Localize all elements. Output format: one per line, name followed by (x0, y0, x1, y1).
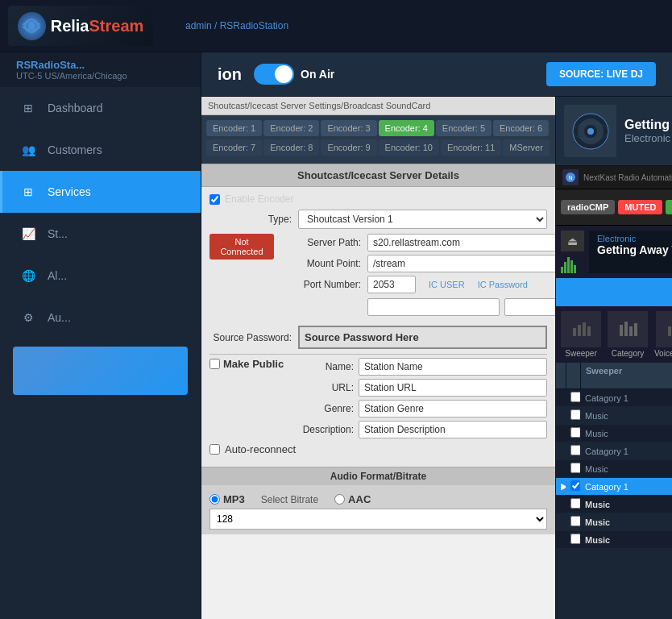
row-3-check[interactable] (566, 442, 580, 459)
sidebar-item-services[interactable]: ⊞ Services (0, 171, 201, 213)
row-1-checkbox[interactable] (570, 409, 580, 420)
radiocmp-button[interactable]: radioCMP (561, 200, 615, 214)
playlist-row-2[interactable]: Music 10:07.0 (556, 425, 672, 442)
aac-radio[interactable] (334, 494, 345, 505)
connection-server-row: Not Connected Server Path: Mount Point: (209, 234, 547, 321)
station-url-input[interactable] (359, 379, 547, 397)
nextkast-logo-icon: N (562, 169, 579, 185)
logo: ReliaStream (8, 6, 169, 46)
playlist-row-7[interactable]: Music 09:32.2 (556, 513, 672, 531)
ic-password-link[interactable]: IC Password (478, 280, 528, 289)
muted-button[interactable]: MUTED (618, 200, 662, 214)
row-0-name: Catagory 1 (580, 391, 672, 405)
sidebar-item-stats[interactable]: 📈 St... (0, 213, 201, 255)
svg-text:N: N (568, 175, 572, 181)
row-1-check[interactable] (566, 407, 580, 424)
row-2-checkbox[interactable] (570, 427, 580, 438)
on-air-toggle[interactable] (254, 64, 294, 85)
toggle-switch[interactable]: On Air (254, 64, 334, 85)
mount-point-input[interactable] (367, 255, 556, 272)
playlist-row-0[interactable]: Catagory 1 09:59.4 (556, 389, 672, 407)
top-bar: ReliaStream admin / RSRadioStation (0, 0, 672, 52)
audio-format-section: Audio Format/Bitrate MP3 Select Bitrate … (201, 467, 555, 534)
source-button[interactable]: SOURCE: LIVE DJ (546, 62, 656, 86)
station-description-input[interactable] (359, 421, 547, 438)
encoder-tab-mserver[interactable]: MServer (503, 139, 550, 156)
settings-tab-label[interactable]: Shoutcast/Icecast Server Settings/Broadc… (201, 97, 555, 115)
row-2-check[interactable] (566, 425, 580, 442)
auto-button[interactable]: Auto (666, 200, 672, 214)
player-genre: Electronic (597, 234, 672, 243)
auto-reconnect-checkbox[interactable] (209, 444, 220, 455)
nextkast-title: NextKast Radio Automation - NextKast Pro… (583, 173, 672, 182)
type-select[interactable]: Shoutcast Version 1 Shoutcast Version 2 … (298, 210, 547, 229)
cat-icon-sweeper[interactable]: Sweeper (561, 311, 601, 358)
station-genre-input[interactable] (359, 400, 547, 418)
cat-icon-category[interactable]: Category (608, 311, 648, 358)
row-3-checkbox[interactable] (570, 445, 580, 455)
eject-button[interactable]: ⏏ (561, 231, 584, 251)
sidebar-item-customers[interactable]: 👥 Customers (0, 129, 201, 171)
server-path-input[interactable] (367, 234, 556, 251)
auto-reconnect-row: Auto-reconnect (209, 443, 547, 455)
sidebar-item-dashboard[interactable]: ⊞ Dashboard (0, 87, 201, 129)
encoder-tabs-row2: Encoder: 7 Encoder: 8 Encoder: 9 Encoder… (206, 139, 550, 156)
playlist-table-container: Sweeper Category TimeOn-Pro Catagory 1 0… (556, 363, 672, 619)
enable-encoder-checkbox[interactable] (209, 194, 220, 205)
playlist-row-3[interactable]: Catagory 1 10:09.5 (556, 442, 672, 460)
svg-text:♪: ♪ (589, 129, 592, 136)
encoder-tab-9[interactable]: Encoder: 9 (321, 139, 376, 156)
port-input[interactable] (367, 276, 416, 293)
breadcrumb-station: RSRadioStation (220, 20, 288, 31)
row-5-check[interactable] (566, 478, 580, 495)
type-label: Type: (209, 214, 298, 225)
mp3-option[interactable]: MP3 (209, 493, 245, 505)
playlist-row-4[interactable]: Music 10:13.4 (556, 460, 672, 478)
encoder-tab-1[interactable]: Encoder: 1 (206, 120, 262, 136)
aac-option[interactable]: AAC (334, 493, 371, 505)
encoder-tab-5[interactable]: Encoder: 5 (436, 120, 492, 136)
encoder-tab-11[interactable]: Encoder: 11 (441, 139, 501, 156)
row-6-check[interactable] (566, 496, 580, 513)
voicetracks-label: VoiceTracks (654, 349, 672, 358)
encoder-tab-8[interactable]: Encoder: 8 (263, 139, 319, 156)
playlist-row-6[interactable]: Music 09:28.5 (556, 496, 672, 513)
encoder-tab-3[interactable]: Encoder: 3 (321, 120, 376, 136)
row-8-checkbox[interactable] (570, 534, 580, 544)
aac-label: AAC (348, 493, 371, 505)
cat-icon-voicetracks[interactable]: VoiceTracks (654, 311, 672, 358)
left-panel: Shoutcast/Icecast Server Settings/Broadc… (201, 97, 556, 619)
row-4-checkbox[interactable] (570, 463, 580, 473)
encoder-tab-7[interactable]: Encoder: 7 (206, 139, 262, 156)
row-5-arrow: ▶ (556, 479, 566, 494)
port-row: Port Number: IC USER IC Password (279, 276, 556, 293)
logo-image: ReliaStream (8, 6, 153, 46)
bitrate-dropdown[interactable]: 64 96 128 192 256 320 (209, 509, 547, 530)
row-8-check[interactable] (566, 531, 580, 548)
playlist-row-5[interactable]: ▶ Catagory 1 09:25.4 (556, 478, 672, 496)
encoder-tab-4[interactable]: Encoder: 4 (379, 120, 434, 136)
sidebar-item-auto[interactable]: ⚙ Au... (0, 297, 201, 339)
row-4-check[interactable] (566, 460, 580, 477)
make-public-checkbox[interactable] (209, 359, 220, 369)
row-7-check[interactable] (566, 513, 580, 530)
encoder-tab-6[interactable]: Encoder: 6 (493, 120, 549, 136)
ic-user-input[interactable] (367, 298, 500, 316)
ic-user-link[interactable]: IC USER (429, 280, 465, 289)
connection-status: Not Connected (209, 234, 274, 260)
row-0-checkbox[interactable] (570, 392, 580, 402)
ic-pass-input[interactable] (504, 298, 556, 316)
row-0-check[interactable] (566, 389, 580, 406)
make-public-row: Make Public Name: URL: (209, 358, 547, 438)
row-7-checkbox[interactable] (570, 516, 580, 526)
playlist-row-8[interactable]: Music (556, 531, 672, 549)
encoder-tab-2[interactable]: Encoder: 2 (263, 120, 319, 136)
playlist-row-1[interactable]: Music 10:03.2 (556, 407, 672, 425)
encoder-tab-10[interactable]: Encoder: 10 (379, 139, 439, 156)
row-5-checkbox[interactable] (570, 480, 580, 491)
row-6-checkbox[interactable] (570, 498, 580, 509)
playlist-header[interactable]: Playlist\Rotation Screen [click to searc… (556, 278, 672, 306)
station-name-input[interactable] (359, 358, 547, 376)
mp3-radio[interactable] (209, 494, 220, 505)
sidebar-item-all[interactable]: 🌐 Al... (0, 255, 201, 297)
